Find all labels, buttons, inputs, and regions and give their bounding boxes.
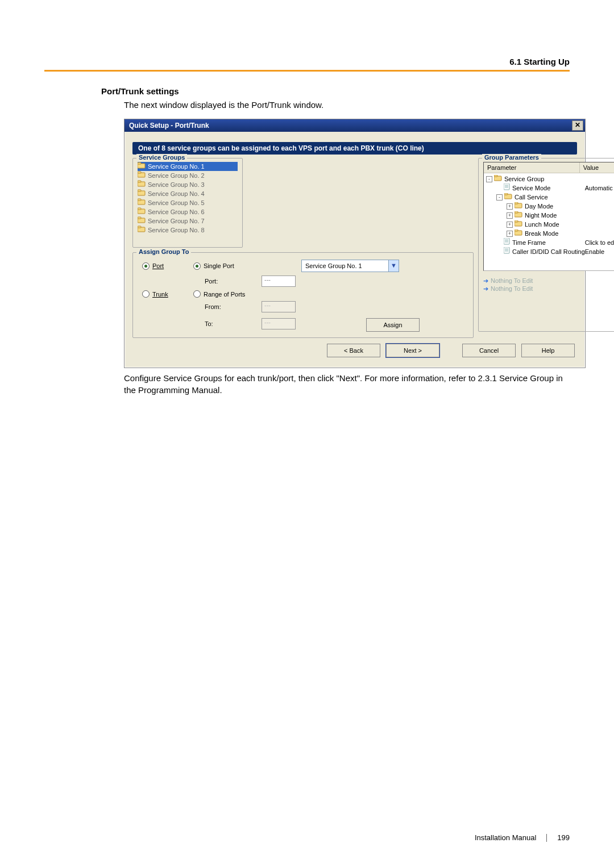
legend-service-groups: Service Groups — [136, 154, 187, 161]
close-icon[interactable]: ✕ — [572, 120, 583, 131]
svg-rect-7 — [138, 190, 141, 191]
parameter-tree[interactable]: Parameter Value -Service GroupService Mo… — [483, 162, 614, 271]
subheading-port-trunk: Port/Trunk settings — [101, 86, 570, 96]
document-icon — [504, 183, 512, 193]
svg-rect-9 — [138, 199, 141, 201]
from-label: From: — [193, 303, 262, 310]
titlebar-text: Quick Setup - Port/Trunk — [129, 122, 209, 130]
outro-text: Configure Service Groups for each trunk/… — [124, 373, 570, 396]
folder-icon — [138, 180, 146, 189]
svg-rect-15 — [138, 226, 141, 228]
svg-rect-5 — [138, 181, 141, 182]
folder-icon — [494, 174, 504, 183]
expand-icon[interactable]: + — [507, 231, 513, 237]
tree-row[interactable]: Time FrameClick to edit... — [486, 238, 614, 247]
svg-rect-27 — [515, 211, 518, 213]
col-value: Value — [580, 162, 614, 173]
folder-icon — [515, 202, 525, 211]
col-parameter: Parameter — [484, 162, 580, 173]
legend-assign-group: Assign Group To — [136, 248, 191, 255]
svg-rect-17 — [494, 175, 497, 177]
titlebar: Quick Setup - Port/Trunk ✕ — [125, 119, 585, 132]
service-group-item[interactable]: Service Group No. 4 — [138, 189, 238, 198]
to-label: To: — [193, 320, 262, 327]
service-group-select[interactable]: Service Group No. 1 ▼ — [301, 260, 399, 272]
radio-dot-icon — [142, 290, 150, 298]
fieldset-assign-group-to: Assign Group To Port Single Port — [132, 252, 474, 338]
dialog-quick-setup: Quick Setup - Port/Trunk ✕ One of 8 serv… — [124, 119, 586, 368]
section-header: 6.1 Starting Up — [44, 57, 570, 70]
svg-rect-31 — [515, 229, 518, 231]
info-banner: One of 8 service groups can be assigned … — [132, 142, 577, 155]
intro-text: The next window displayed is the Port/Tr… — [124, 99, 570, 111]
folder-icon — [515, 220, 525, 229]
folder-icon — [138, 171, 146, 180]
folder-icon — [504, 193, 515, 202]
radio-single-port[interactable]: Single Port — [193, 262, 262, 270]
page-footer: Installation Manual 199 — [0, 833, 614, 842]
tree-row[interactable]: -Service Group — [486, 174, 614, 183]
document-icon — [504, 238, 512, 247]
expand-icon[interactable]: - — [496, 194, 503, 201]
service-group-item[interactable]: Service Group No. 5 — [138, 198, 238, 207]
select-value: Service Group No. 1 — [302, 262, 388, 269]
service-group-item[interactable]: Service Group No. 3 — [138, 180, 238, 189]
svg-rect-11 — [138, 208, 141, 210]
from-input: --- — [262, 301, 296, 312]
svg-rect-25 — [515, 202, 518, 204]
next-button[interactable]: Next > — [386, 344, 439, 357]
folder-icon — [138, 162, 146, 171]
expand-icon[interactable]: - — [486, 176, 492, 182]
cancel-button[interactable]: Cancel — [462, 344, 516, 357]
svg-rect-23 — [504, 193, 508, 195]
tree-row[interactable]: -Call Service — [486, 193, 614, 202]
tree-row[interactable]: +Night Mode — [486, 211, 614, 220]
folder-icon — [138, 216, 146, 226]
radio-port[interactable]: Port — [142, 262, 193, 270]
expand-icon[interactable]: + — [507, 222, 513, 228]
tree-row[interactable]: +Lunch Mode — [486, 220, 614, 229]
service-group-item[interactable]: Service Group No. 1 — [138, 162, 238, 171]
radio-dot-icon — [193, 290, 201, 298]
folder-icon — [138, 189, 146, 198]
port-field-label: Port: — [193, 278, 262, 285]
legend-group-parameters: Group Parameters — [482, 154, 541, 161]
radio-dot-icon — [193, 262, 201, 270]
port-input[interactable]: --- — [262, 276, 296, 287]
arrow-right-icon: ➔ — [483, 285, 488, 293]
tree-row[interactable]: Caller ID/DID Call RoutingEnable — [486, 247, 614, 256]
service-group-item[interactable]: Service Group No. 8 — [138, 226, 238, 235]
service-group-item[interactable]: Service Group No. 6 — [138, 207, 238, 216]
folder-icon — [138, 198, 146, 207]
tree-row[interactable]: +Day Mode — [486, 202, 614, 211]
tree-row[interactable]: +Break Mode — [486, 229, 614, 238]
folder-icon — [138, 226, 146, 235]
to-input: --- — [262, 318, 296, 329]
help-button[interactable]: Help — [521, 344, 575, 357]
folder-icon — [515, 229, 525, 238]
radio-range-ports[interactable]: Range of Ports — [193, 290, 262, 298]
svg-rect-29 — [515, 220, 518, 222]
radio-dot-icon — [142, 262, 150, 270]
nothing-to-edit: ➔Nothing To Edit ➔Nothing To Edit — [483, 277, 614, 293]
back-button[interactable]: < Back — [327, 344, 380, 357]
folder-icon — [138, 207, 146, 216]
header-rule — [44, 70, 570, 72]
svg-rect-1 — [138, 162, 141, 164]
tree-row[interactable]: Service ModeAutomatic — [486, 183, 614, 193]
assign-button[interactable]: Assign — [366, 318, 420, 332]
svg-rect-13 — [138, 217, 141, 219]
service-group-item[interactable]: Service Group No. 7 — [138, 216, 238, 226]
expand-icon[interactable]: + — [507, 212, 513, 219]
fieldset-service-groups: Service Groups Service Group No. 1Servic… — [132, 158, 243, 248]
radio-trunk[interactable]: Trunk — [142, 290, 193, 298]
service-group-item[interactable]: Service Group No. 2 — [138, 171, 238, 180]
chevron-down-icon[interactable]: ▼ — [388, 260, 399, 272]
fieldset-group-parameters: Group Parameters Parameter Value -Servic… — [478, 158, 614, 332]
footer-doc-title: Installation Manual — [475, 833, 536, 842]
arrow-right-icon: ➔ — [483, 277, 488, 285]
expand-icon[interactable]: + — [507, 203, 513, 210]
footer-divider — [546, 834, 547, 842]
document-icon — [504, 247, 512, 256]
folder-icon — [515, 211, 525, 220]
